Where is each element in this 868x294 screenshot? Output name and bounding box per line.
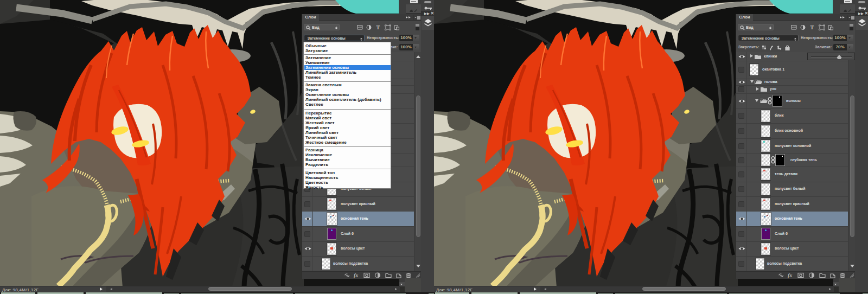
svg-text:fx: fx <box>354 272 358 278</box>
svg-text:T: T <box>810 24 814 30</box>
svg-text:fx: fx <box>788 272 792 278</box>
svg-text:T: T <box>376 24 380 30</box>
